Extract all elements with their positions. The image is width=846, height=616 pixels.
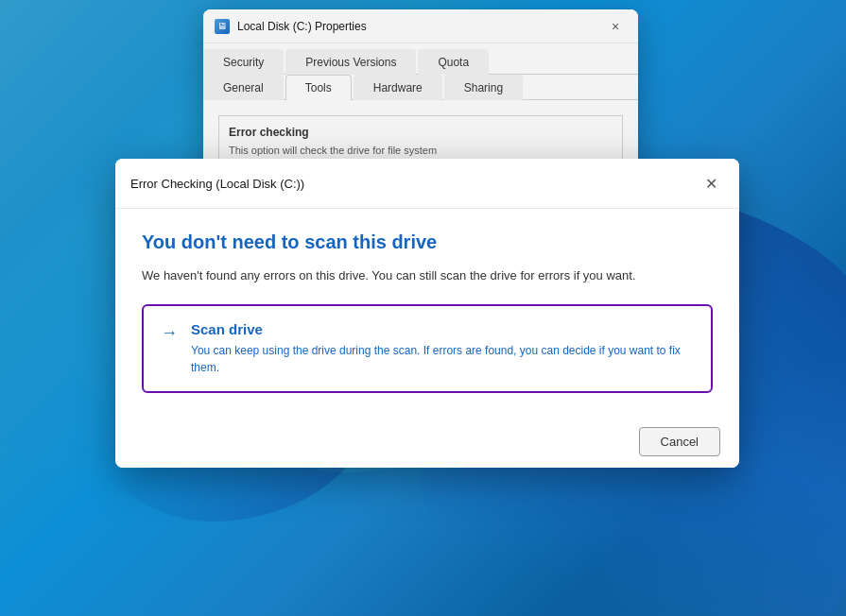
properties-titlebar: 🖥 Local Disk (C:) Properties × bbox=[203, 9, 638, 43]
properties-window-title: Local Disk (C:) Properties bbox=[237, 20, 604, 33]
error-dialog-body: You don't need to scan this drive We hav… bbox=[115, 209, 739, 416]
tab-hardware[interactable]: Hardware bbox=[354, 75, 442, 100]
error-dialog-close-button[interactable]: ✕ bbox=[698, 170, 724, 197]
scan-arrow-icon: → bbox=[161, 323, 178, 343]
tab-previous-versions[interactable]: Previous Versions bbox=[285, 49, 416, 75]
scan-drive-option[interactable]: → Scan drive You can keep using the driv… bbox=[142, 304, 713, 393]
tab-row-2: General Tools Hardware Sharing bbox=[203, 75, 638, 100]
error-dialog-titlebar: Error Checking (Local Disk (C:)) ✕ bbox=[115, 159, 739, 209]
error-checking-title: Error checking bbox=[229, 126, 613, 139]
tab-sharing[interactable]: Sharing bbox=[444, 75, 523, 100]
error-checking-dialog: Error Checking (Local Disk (C:)) ✕ You d… bbox=[115, 159, 739, 468]
no-scan-description: We haven't found any errors on this driv… bbox=[142, 266, 713, 285]
tab-row-1: Security Previous Versions Quota bbox=[203, 43, 638, 75]
properties-close-button[interactable]: × bbox=[604, 15, 627, 38]
error-dialog-cancel-button[interactable]: Cancel bbox=[639, 427, 720, 456]
properties-window-icon: 🖥 bbox=[215, 19, 230, 34]
scan-drive-label: Scan drive bbox=[191, 321, 694, 337]
error-checking-desc: This option will check the drive for fil… bbox=[229, 145, 613, 156]
scan-drive-text: Scan drive You can keep using the drive … bbox=[191, 321, 694, 376]
tab-security[interactable]: Security bbox=[203, 49, 284, 75]
properties-tabs: Security Previous Versions Quota General… bbox=[203, 43, 638, 100]
tab-general[interactable]: General bbox=[203, 75, 284, 100]
no-scan-heading: You don't need to scan this drive bbox=[142, 231, 713, 253]
tab-tools[interactable]: Tools bbox=[285, 75, 352, 100]
scan-drive-subdesc: You can keep using the drive during the … bbox=[191, 342, 694, 376]
error-dialog-footer: Cancel bbox=[115, 416, 739, 468]
tab-quota[interactable]: Quota bbox=[418, 49, 489, 75]
error-dialog-title: Error Checking (Local Disk (C:)) bbox=[130, 177, 698, 191]
